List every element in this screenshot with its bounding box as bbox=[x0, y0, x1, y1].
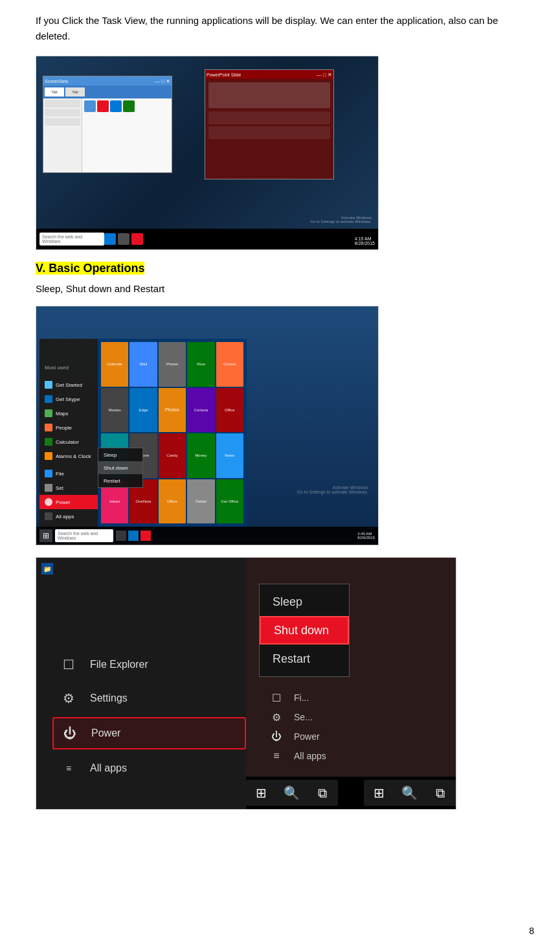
section-heading: V. Basic Operations bbox=[36, 262, 534, 275]
right-power-item: ⏻ Power bbox=[269, 729, 326, 744]
taskbar2-search: Search the web and Windows bbox=[55, 529, 113, 542]
sleep-large[interactable]: Sleep bbox=[260, 588, 349, 616]
file-explorer-item: ☐ File Explorer bbox=[52, 650, 246, 680]
all-apps-item: ≡ All apps bbox=[52, 753, 246, 783]
right-settings-item: ⚙ Se... bbox=[269, 709, 326, 725]
shutdown-large[interactable]: Shut down bbox=[260, 616, 349, 645]
startmenu-screenshot: Activate WindowsGo to Settings to activa… bbox=[36, 306, 379, 545]
right-file-item: ☐ Fi... bbox=[269, 690, 326, 705]
settings-icon: ⚙ bbox=[59, 689, 78, 708]
right-power-icon: ⏻ bbox=[269, 729, 284, 744]
right-all-apps-item: ≡ All apps bbox=[269, 748, 326, 764]
taskbar-zoomed: ⊞ 🔍 ⧉ ⊞ 🔍 ⧉ bbox=[246, 777, 456, 809]
taskview-btn-zoomed2[interactable]: ⧉ bbox=[425, 780, 456, 806]
heading-highlight: V. Basic Operations bbox=[36, 262, 144, 275]
all-apps-icon: ≡ bbox=[59, 759, 78, 778]
taskview-screenshot: ScreenSets — □ ✕ Tab Tab bbox=[36, 56, 379, 250]
right-file-icon: ☐ bbox=[269, 690, 284, 705]
page-number: 8 bbox=[529, 926, 534, 936]
windows-btn-zoomed[interactable]: ⊞ bbox=[246, 780, 276, 806]
right-settings-icon: ⚙ bbox=[269, 709, 284, 725]
settings-item: ⚙ Settings bbox=[52, 683, 246, 713]
taskbar-search-label: Search the web and Windows bbox=[39, 233, 104, 246]
power-submenu-large: Sleep Shut down Restart bbox=[259, 584, 350, 677]
sleep-option[interactable]: Sleep bbox=[98, 448, 142, 461]
corner-icon: 📁 bbox=[41, 563, 53, 575]
sub-heading: Sleep, Shut down and Restart bbox=[36, 283, 534, 294]
file-explorer-icon: ☐ bbox=[59, 655, 78, 674]
taskview-btn-zoomed[interactable]: ⧉ bbox=[308, 780, 338, 806]
intro-paragraph: If you Click the Task View, the running … bbox=[36, 13, 534, 44]
search-btn-zoomed[interactable]: 🔍 bbox=[276, 780, 307, 806]
zoomed-screenshot: 📁 ☐ File Explorer ⚙ Settings ⏻ Power ≡ A… bbox=[36, 557, 456, 803]
right-all-apps-icon: ≡ bbox=[269, 748, 284, 764]
shutdown-option[interactable]: Shut down bbox=[98, 461, 142, 474]
search-btn-zoomed2[interactable]: 🔍 bbox=[394, 780, 425, 806]
power-icon: ⏻ bbox=[60, 724, 80, 743]
restart-option[interactable]: Restart bbox=[98, 474, 142, 487]
restart-large[interactable]: Restart bbox=[260, 645, 349, 673]
power-item: ⏻ Power bbox=[52, 717, 246, 749]
windows-btn-zoomed2[interactable]: ⊞ bbox=[364, 780, 394, 806]
